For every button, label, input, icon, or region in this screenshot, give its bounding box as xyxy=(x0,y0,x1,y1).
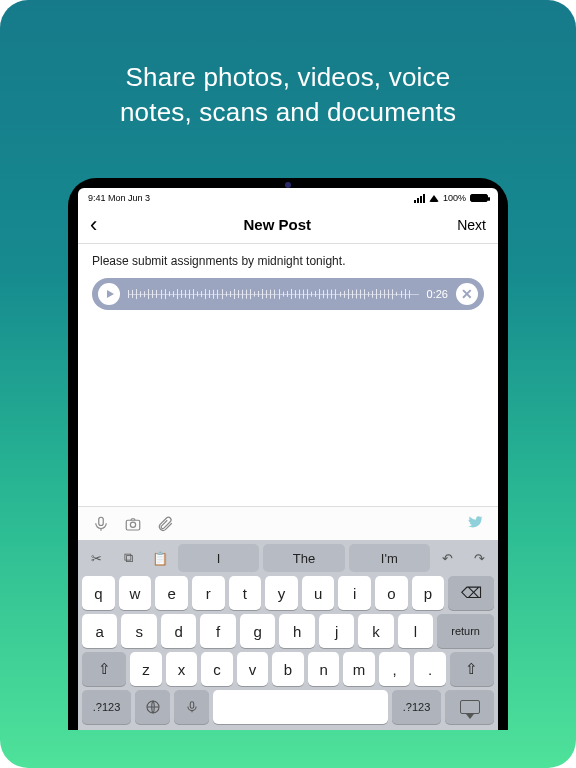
key-row-4: .?123 .?123 xyxy=(82,690,494,724)
key-s[interactable]: s xyxy=(121,614,156,648)
promo-card: Share photos, videos, voice notes, scans… xyxy=(0,0,576,768)
key-k[interactable]: k xyxy=(358,614,393,648)
key-u[interactable]: u xyxy=(302,576,335,610)
key-r[interactable]: r xyxy=(192,576,225,610)
key-t[interactable]: t xyxy=(229,576,262,610)
key-g[interactable]: g xyxy=(240,614,275,648)
battery-icon xyxy=(470,194,488,202)
signal-icon xyxy=(414,194,425,203)
key-y[interactable]: y xyxy=(265,576,298,610)
key-v[interactable]: v xyxy=(237,652,269,686)
device-camera xyxy=(285,182,291,188)
key-p[interactable]: p xyxy=(412,576,445,610)
key-w[interactable]: w xyxy=(119,576,152,610)
mic-key-icon xyxy=(185,699,199,715)
suggestion-2[interactable]: The xyxy=(263,544,344,572)
key-z[interactable]: z xyxy=(130,652,162,686)
key-period[interactable]: . xyxy=(414,652,446,686)
key-b[interactable]: b xyxy=(272,652,304,686)
key-i[interactable]: i xyxy=(338,576,371,610)
key-comma[interactable]: , xyxy=(379,652,411,686)
key-dictation[interactable] xyxy=(174,690,209,724)
next-button[interactable]: Next xyxy=(457,217,486,233)
back-button[interactable]: ‹ xyxy=(90,214,97,236)
battery-percent: 100% xyxy=(443,193,466,203)
suggestion-3[interactable]: I'm xyxy=(349,544,430,572)
remove-audio-button[interactable]: ✕ xyxy=(456,283,478,305)
twitter-icon[interactable] xyxy=(466,513,484,531)
key-j[interactable]: j xyxy=(319,614,354,648)
suggestion-1[interactable]: I xyxy=(178,544,259,572)
copy-tool-icon[interactable]: ⧉ xyxy=(114,544,142,572)
key-n[interactable]: n xyxy=(308,652,340,686)
close-icon: ✕ xyxy=(461,286,473,302)
key-x[interactable]: x xyxy=(166,652,198,686)
svg-rect-4 xyxy=(190,702,194,708)
status-right: 100% xyxy=(414,193,488,203)
key-m[interactable]: m xyxy=(343,652,375,686)
post-content[interactable]: Please submit assignments by midnight to… xyxy=(78,244,498,506)
audio-attachment: 0:26 ✕ xyxy=(92,278,484,310)
status-date: Mon Jun 3 xyxy=(108,193,150,203)
key-row-2: a s d f g h j k l return xyxy=(82,614,494,648)
keyboard-toolbar: ✂ ⧉ 📋 I The I'm ↶ ↷ xyxy=(82,544,494,572)
play-button[interactable] xyxy=(98,283,120,305)
key-backspace[interactable]: ⌫ xyxy=(448,576,494,610)
headline: Share photos, videos, voice notes, scans… xyxy=(120,60,456,130)
screen: 9:41 Mon Jun 3 100% ‹ New Post Next Plea… xyxy=(78,188,498,730)
audio-waveform[interactable] xyxy=(128,286,419,302)
key-f[interactable]: f xyxy=(200,614,235,648)
redo-tool-icon[interactable]: ↷ xyxy=(466,544,494,572)
key-h[interactable]: h xyxy=(279,614,314,648)
camera-icon[interactable] xyxy=(124,515,142,533)
key-q[interactable]: q xyxy=(82,576,115,610)
key-row-3: ⇧ z x c v b n m , . ⇧ xyxy=(82,652,494,686)
key-globe[interactable] xyxy=(135,690,170,724)
headline-line1: Share photos, videos, voice xyxy=(120,60,456,95)
headline-line2: notes, scans and documents xyxy=(120,95,456,130)
svg-rect-0 xyxy=(99,517,104,525)
key-symbols-right[interactable]: .?123 xyxy=(392,690,441,724)
svg-point-2 xyxy=(130,522,135,527)
status-time: 9:41 xyxy=(88,193,106,203)
status-left: 9:41 Mon Jun 3 xyxy=(88,193,150,203)
mic-icon[interactable] xyxy=(92,515,110,533)
audio-duration: 0:26 xyxy=(427,288,448,300)
key-o[interactable]: o xyxy=(375,576,408,610)
key-l[interactable]: l xyxy=(398,614,433,648)
key-c[interactable]: c xyxy=(201,652,233,686)
keyboard: ✂ ⧉ 📋 I The I'm ↶ ↷ q w e r t y u xyxy=(78,540,498,730)
paste-tool-icon[interactable]: 📋 xyxy=(146,544,174,572)
key-space[interactable] xyxy=(213,690,388,724)
key-d[interactable]: d xyxy=(161,614,196,648)
post-text[interactable]: Please submit assignments by midnight to… xyxy=(92,254,484,268)
attachment-icon[interactable] xyxy=(156,515,174,533)
hide-keyboard-icon xyxy=(460,700,480,714)
key-e[interactable]: e xyxy=(155,576,188,610)
undo-tool-icon[interactable]: ↶ xyxy=(434,544,462,572)
globe-icon xyxy=(145,699,161,715)
device-frame: 9:41 Mon Jun 3 100% ‹ New Post Next Plea… xyxy=(68,178,508,730)
key-row-1: q w e r t y u i o p ⌫ xyxy=(82,576,494,610)
wifi-icon xyxy=(429,195,439,202)
key-shift-left[interactable]: ⇧ xyxy=(82,652,126,686)
key-hide-keyboard[interactable] xyxy=(445,690,494,724)
key-shift-right[interactable]: ⇧ xyxy=(450,652,494,686)
cut-tool-icon[interactable]: ✂ xyxy=(82,544,110,572)
nav-bar: ‹ New Post Next xyxy=(78,206,498,244)
key-a[interactable]: a xyxy=(82,614,117,648)
key-return[interactable]: return xyxy=(437,614,494,648)
play-icon xyxy=(107,290,114,298)
attachment-toolbar xyxy=(78,506,498,540)
nav-title: New Post xyxy=(244,216,312,233)
key-symbols-left[interactable]: .?123 xyxy=(82,690,131,724)
status-bar: 9:41 Mon Jun 3 100% xyxy=(78,188,498,206)
